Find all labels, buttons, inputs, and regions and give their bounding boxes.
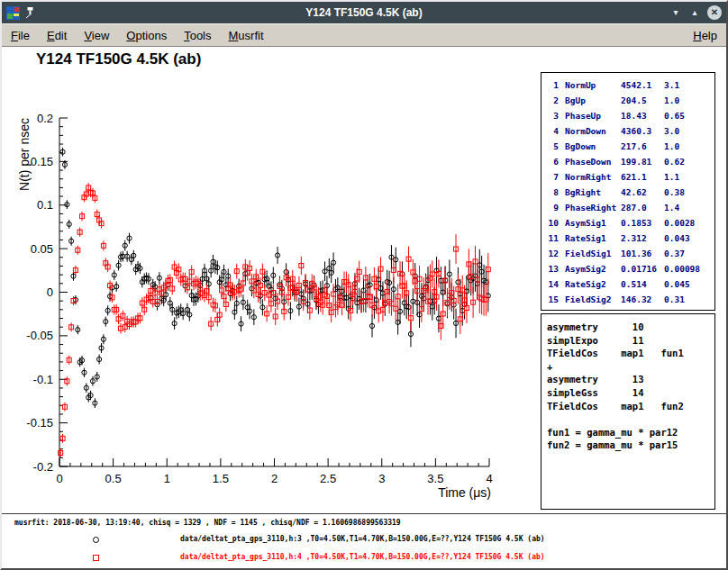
param-name: BgUp bbox=[565, 93, 621, 108]
param-error: 0.045 bbox=[664, 276, 690, 292]
param-number: 2 bbox=[545, 93, 559, 108]
menu-item[interactable]: Tools bbox=[184, 29, 211, 42]
theory-line: fun1 = gamma_mu * par12 bbox=[547, 426, 714, 439]
app-icon[interactable] bbox=[6, 6, 20, 20]
param-name: FieldSig1 bbox=[565, 246, 621, 261]
param-number: 15 bbox=[545, 292, 559, 307]
menu-item[interactable]: File bbox=[11, 29, 30, 42]
parameter-row: 8 BgRight 42.62 0.38 bbox=[545, 185, 714, 200]
legend-marker bbox=[93, 555, 99, 561]
svg-text:3.5: 3.5 bbox=[427, 472, 443, 485]
theory-line: TFieldCos map1 fun2 bbox=[547, 400, 714, 413]
parameter-row: 14 RateSig2 0.514 0.045 bbox=[545, 276, 714, 292]
param-name: NormDown bbox=[565, 123, 621, 139]
svg-text:-0.2: -0.2 bbox=[33, 460, 53, 474]
theory-line: simplExpo 11 bbox=[547, 334, 714, 348]
svg-text:2: 2 bbox=[271, 472, 278, 485]
titlebar: Y124 TF150G 4.5K (ab) ▾ ▴ ✕ bbox=[2, 2, 726, 23]
param-value: 0.1853 bbox=[621, 215, 664, 231]
param-error: 0.0028 bbox=[664, 215, 695, 231]
menu-item[interactable]: View bbox=[84, 29, 109, 42]
theory-line: asymmetry 13 bbox=[547, 373, 714, 386]
menu-item-help[interactable]: Help bbox=[693, 29, 717, 42]
menu-item[interactable]: Options bbox=[126, 29, 167, 42]
svg-text:0: 0 bbox=[47, 285, 53, 299]
parameter-row: 11 RateSig1 2.312 0.043 bbox=[545, 231, 714, 246]
svg-text:1.5: 1.5 bbox=[213, 472, 229, 485]
menu-item[interactable]: Musrfit bbox=[229, 29, 264, 42]
window-title: Y124 TF150G 4.5K (ab) bbox=[2, 6, 726, 19]
param-number: 8 bbox=[545, 185, 559, 200]
param-number: 14 bbox=[545, 276, 559, 292]
legend-label: data/deltat_pta_gps_3110,h:3 ,T0=4.50K,T… bbox=[180, 535, 545, 543]
param-error: 3.1 bbox=[664, 77, 679, 93]
parameter-row: 12 FieldSig1 101.36 0.37 bbox=[545, 246, 714, 261]
parameter-row: 4 NormDown 4360.3 3.0 bbox=[545, 123, 714, 139]
param-error: 0.38 bbox=[664, 185, 685, 200]
svg-text:0.5: 0.5 bbox=[105, 472, 122, 485]
svg-text:-0.05: -0.05 bbox=[26, 329, 53, 342]
param-value: 621.1 bbox=[621, 169, 664, 185]
param-error: 1.0 bbox=[664, 93, 679, 108]
axes bbox=[59, 118, 489, 466]
param-error: 3.0 bbox=[664, 123, 679, 139]
param-error: 0.31 bbox=[664, 292, 685, 307]
param-error: 0.62 bbox=[664, 154, 685, 169]
param-name: NormUp bbox=[565, 77, 621, 93]
param-value: 0.514 bbox=[621, 276, 664, 292]
status-separator bbox=[2, 513, 726, 514]
parameter-row: 5 BgDown 217.6 1.0 bbox=[545, 139, 714, 154]
param-value: 199.81 bbox=[621, 154, 664, 169]
svg-text:0.1: 0.1 bbox=[37, 198, 53, 212]
svg-text:4: 4 bbox=[486, 472, 492, 485]
theory-line: + bbox=[547, 360, 714, 374]
theory-line bbox=[547, 412, 714, 426]
root-canvas[interactable]: Y124 TF150G 4.5K (ab) -0.2-0.15-0.1-0.05… bbox=[2, 47, 726, 568]
theory-box[interactable]: asymmetry 10 simplExpo 11 TFieldCos map1… bbox=[541, 313, 715, 510]
param-error: 0.37 bbox=[664, 246, 685, 261]
param-value: 287.0 bbox=[621, 200, 664, 215]
param-error: 0.043 bbox=[664, 231, 690, 246]
parameter-row: 7 NormRight 621.1 1.1 bbox=[545, 169, 714, 185]
param-error: 0.65 bbox=[664, 108, 685, 123]
parameter-row: 13 AsymSig2 0.01716 0.00098 bbox=[545, 261, 714, 276]
parameter-row: 6 PhaseDown 199.81 0.62 bbox=[545, 154, 714, 169]
parameter-row: 15 FieldSig2 146.32 0.31 bbox=[545, 292, 714, 307]
status-line: musrfit: 2018-06-30, 13:19:40, chisq = 1… bbox=[14, 519, 401, 527]
param-error: 1.1 bbox=[664, 169, 679, 185]
param-value: 101.36 bbox=[621, 246, 664, 261]
theory-line: asymmetry 10 bbox=[547, 321, 714, 334]
param-name: AsymSig1 bbox=[565, 215, 621, 231]
svg-text:0.15: 0.15 bbox=[31, 155, 53, 168]
param-error: 1.0 bbox=[664, 139, 679, 154]
param-name: RateSig1 bbox=[565, 231, 621, 246]
svg-text:-0.1: -0.1 bbox=[33, 373, 53, 386]
param-name: NormRight bbox=[565, 169, 621, 185]
legend-label: data/deltat_pta_gps_3110,h:4 ,T0=4.50K,T… bbox=[180, 553, 545, 561]
svg-text:N(t) per nsec: N(t) per nsec bbox=[17, 118, 32, 191]
series-hist4 bbox=[59, 183, 491, 457]
param-number: 10 bbox=[545, 215, 559, 231]
theory-line: TFieldCos map1 fun1 bbox=[547, 347, 714, 360]
param-value: 4360.3 bbox=[621, 123, 664, 139]
param-name: FieldSig2 bbox=[565, 292, 621, 307]
param-value: 204.5 bbox=[621, 93, 664, 108]
close-button[interactable]: ✕ bbox=[707, 5, 722, 20]
app-window: Y124 TF150G 4.5K (ab) ▾ ▴ ✕ File Edit Vi… bbox=[0, 0, 728, 570]
pin-icon[interactable] bbox=[24, 6, 35, 19]
legend-row: data/deltat_pta_gps_3110,h:4 ,T0=4.50K,T… bbox=[2, 549, 726, 567]
param-name: PhaseDown bbox=[565, 154, 621, 169]
param-value: 4542.1 bbox=[621, 77, 664, 93]
param-number: 1 bbox=[545, 77, 559, 93]
legend: data/deltat_pta_gps_3110,h:3 ,T0=4.50K,T… bbox=[2, 531, 726, 567]
param-value: 0.01716 bbox=[621, 261, 664, 276]
parameter-row: 3 PhaseUp 18.43 0.65 bbox=[545, 108, 714, 123]
minimize-button[interactable]: ▾ bbox=[669, 5, 682, 20]
param-value: 146.32 bbox=[621, 292, 664, 307]
menu-item[interactable]: Edit bbox=[47, 29, 67, 42]
fit-parameters-box[interactable]: 1 NormUp 4542.1 3.1 2 BgUp 204.5 1.0 3 P… bbox=[541, 72, 715, 311]
maximize-button[interactable]: ▴ bbox=[688, 5, 701, 20]
param-number: 7 bbox=[545, 169, 559, 185]
param-number: 13 bbox=[545, 261, 559, 276]
svg-text:Time (μs): Time (μs) bbox=[438, 485, 491, 500]
